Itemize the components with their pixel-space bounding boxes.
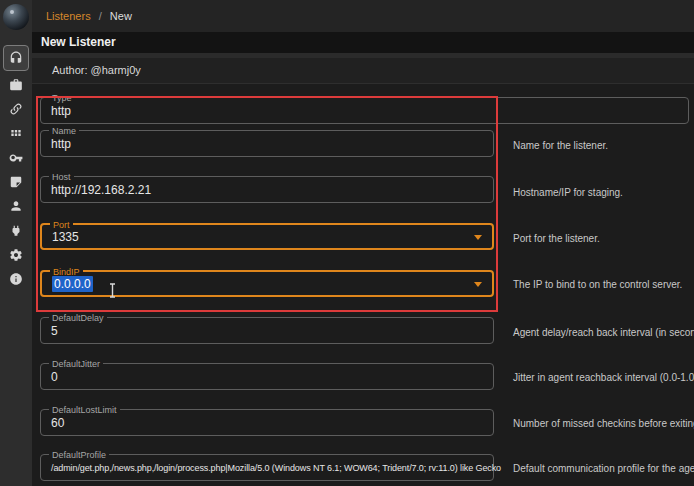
sidebar-item-plugins[interactable] (3, 220, 29, 242)
bindip-field-description: The IP to bind to on the control server. (513, 279, 682, 290)
name-field-value: http (51, 137, 71, 151)
host-field[interactable]: Host http://192.168.2.21 (40, 176, 494, 203)
sidebar-item-reporting[interactable] (3, 171, 29, 193)
sidebar-item-stagers[interactable] (3, 74, 29, 96)
defaultlostlimit-field-value: 60 (51, 416, 64, 430)
link-icon (9, 102, 23, 116)
type-field-label: Type (49, 93, 75, 103)
sidebar-item-listeners[interactable] (3, 45, 29, 71)
defaultprofile-field-label: DefaultProfile (49, 450, 109, 460)
person-icon (9, 199, 23, 213)
headset-icon (9, 51, 23, 65)
sidebar-item-users[interactable] (3, 195, 29, 217)
author-text: Author: @harmj0y (52, 58, 141, 83)
defaultprofile-field-description: Default communication profile for the ag… (513, 463, 694, 474)
bindip-field-value: 0.0.0.0 (52, 276, 93, 292)
starkiller-logo[interactable] (3, 4, 29, 30)
port-field-label: Port (50, 220, 73, 230)
breadcrumb-separator: / (99, 10, 102, 22)
defaultjitter-field-label: DefaultJitter (49, 359, 103, 369)
plug-icon (9, 224, 23, 238)
key-icon (9, 151, 23, 165)
chevron-down-icon[interactable] (474, 235, 482, 240)
defaultdelay-field-value: 5 (51, 324, 58, 338)
starkiller-app: { "app": { "breadcrumb": { "section": "L… (0, 0, 694, 486)
sidebar (0, 0, 32, 486)
sidebar-item-credentials[interactable] (3, 147, 29, 169)
briefcase-icon (9, 78, 23, 92)
sidebar-item-agents[interactable] (3, 98, 29, 120)
defaultlostlimit-field-description: Number of missed checkins before exiting (513, 418, 694, 429)
type-field-value: http (51, 104, 71, 118)
chevron-down-icon[interactable] (474, 282, 482, 287)
grid-icon (9, 126, 23, 140)
gear-icon (9, 248, 23, 262)
host-field-label: Host (49, 172, 74, 182)
author-bar: Author: @harmj0y (32, 58, 694, 84)
breadcrumb-listeners-link[interactable]: Listeners (46, 10, 91, 22)
defaultjitter-field[interactable]: DefaultJitter 0 (40, 363, 494, 390)
host-field-value: http://192.168.2.21 (51, 183, 151, 197)
sidebar-item-modules[interactable] (3, 122, 29, 144)
defaultdelay-field-label: DefaultDelay (49, 313, 107, 323)
port-field-description: Port for the listener. (513, 233, 600, 244)
defaultjitter-field-value: 0 (51, 370, 58, 384)
defaultlostlimit-field-label: DefaultLostLimit (49, 405, 120, 415)
info-icon (9, 272, 23, 286)
defaultprofile-field-value: /admin/get.php,/news.php,/login/process.… (51, 463, 501, 473)
defaultlostlimit-field[interactable]: DefaultLostLimit 60 (40, 409, 494, 436)
top-bar: Listeners / New (32, 0, 694, 32)
type-field[interactable]: Type http (40, 97, 689, 124)
sidebar-item-settings[interactable] (3, 244, 29, 266)
bindip-field[interactable]: BindIP 0.0.0.0 (40, 270, 494, 297)
page-title: New Listener (41, 32, 116, 53)
page-title-bar: New Listener (32, 32, 694, 53)
port-field-value: 1335 (52, 230, 79, 244)
breadcrumb: Listeners / New (46, 0, 132, 32)
defaultprofile-field[interactable]: DefaultProfile /admin/get.php,/news.php,… (40, 454, 494, 481)
breadcrumb-current: New (110, 10, 132, 22)
name-field-label: Name (49, 126, 79, 136)
defaultdelay-field-description: Agent delay/reach back interval (in seco… (513, 327, 694, 338)
host-field-description: Hostname/IP for staging. (513, 187, 623, 198)
port-field[interactable]: Port 1335 (40, 223, 494, 250)
defaultjitter-field-description: Jitter in agent reachback interval (0.0-… (513, 372, 694, 383)
sidebar-item-about[interactable] (3, 268, 29, 290)
note-icon (9, 175, 23, 189)
name-field[interactable]: Name http (40, 130, 494, 157)
defaultdelay-field[interactable]: DefaultDelay 5 (40, 317, 494, 344)
name-field-description: Name for the listener. (513, 140, 608, 151)
